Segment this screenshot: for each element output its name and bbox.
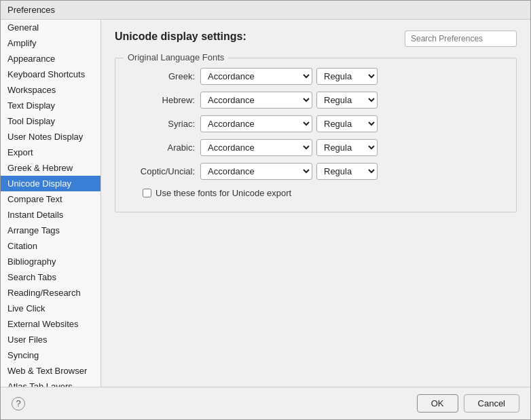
preferences-window: Preferences GeneralAmplifyAppearanceKeyb…	[0, 0, 531, 420]
section-legend: Original Language Fonts	[124, 52, 228, 62]
sidebar-item-greek-hebrew[interactable]: Greek & Hebrew	[1, 160, 100, 176]
unicode-export-label: Use these fonts for Unicode export	[155, 188, 291, 198]
ok-button[interactable]: OK	[417, 394, 458, 413]
font-row-label: Syriac:	[129, 119, 200, 129]
window-title: Preferences	[7, 5, 55, 15]
font-row: Coptic/Uncial:AccordanceRegular	[129, 163, 502, 180]
font-row: Greek:AccordanceRegular	[129, 68, 502, 85]
font-row: Syriac:AccordanceRegular	[129, 115, 502, 132]
unicode-export-row: Use these fonts for Unicode export	[129, 188, 502, 198]
style-select[interactable]: Regular	[316, 92, 378, 109]
sidebar-item-reading-research[interactable]: Reading/Research	[1, 285, 100, 301]
help-button[interactable]: ?	[12, 397, 25, 411]
cancel-button[interactable]: Cancel	[464, 394, 519, 413]
font-row-label: Arabic:	[129, 142, 200, 153]
footer-buttons: OK Cancel	[417, 394, 519, 413]
sidebar-item-user-notes-display[interactable]: User Notes Display	[1, 129, 100, 145]
select-group: AccordanceRegular	[200, 92, 378, 109]
sidebar-item-user-files[interactable]: User Files	[1, 332, 100, 347]
sidebar-item-appearance[interactable]: Appearance	[1, 51, 100, 66]
sidebar-item-atlas-tab-layers[interactable]: Atlas Tab Layers	[1, 379, 100, 387]
font-row: Arabic:AccordanceRegular	[129, 139, 502, 156]
font-select[interactable]: Accordance	[200, 163, 312, 180]
style-select[interactable]: Regular	[316, 139, 378, 156]
sidebar-item-external-websites[interactable]: External Websites	[1, 316, 100, 332]
title-bar: Preferences	[1, 1, 530, 20]
sidebar-item-tool-display[interactable]: Tool Display	[1, 113, 100, 129]
font-section: Original Language Fonts Greek:Accordance…	[115, 58, 517, 212]
sidebar-item-workspaces[interactable]: Workspaces	[1, 82, 100, 98]
font-select[interactable]: Accordance	[200, 92, 312, 109]
select-group: AccordanceRegular	[200, 139, 378, 156]
search-input[interactable]	[405, 31, 517, 47]
sidebar-item-compare-text[interactable]: Compare Text	[1, 191, 100, 207]
sidebar: GeneralAmplifyAppearanceKeyboard Shortcu…	[1, 20, 101, 387]
sidebar-item-export[interactable]: Export	[1, 145, 100, 160]
select-group: AccordanceRegular	[200, 68, 378, 85]
select-group: AccordanceRegular	[200, 163, 378, 180]
font-select[interactable]: Accordance	[200, 139, 312, 156]
sidebar-item-live-click[interactable]: Live Click	[1, 301, 100, 316]
font-row-label: Coptic/Uncial:	[129, 166, 200, 176]
font-select[interactable]: Accordance	[200, 68, 312, 85]
main-header: Unicode display settings:	[115, 31, 517, 47]
style-select[interactable]: Regular	[316, 68, 378, 85]
sidebar-item-citation[interactable]: Citation	[1, 238, 100, 254]
content-area: GeneralAmplifyAppearanceKeyboard Shortcu…	[1, 20, 530, 387]
sidebar-item-web-text-browser[interactable]: Web & Text Browser	[1, 363, 100, 379]
sidebar-item-bibliography[interactable]: Bibliography	[1, 254, 100, 269]
style-select[interactable]: Regular	[316, 163, 378, 180]
sidebar-item-arrange-tags[interactable]: Arrange Tags	[1, 223, 100, 238]
font-row: Hebrew:AccordanceRegular	[129, 92, 502, 109]
main-panel: Unicode display settings: Original Langu…	[101, 20, 530, 387]
select-group: AccordanceRegular	[200, 115, 378, 132]
footer: ? OK Cancel	[1, 387, 530, 419]
sidebar-item-syncing[interactable]: Syncing	[1, 347, 100, 363]
sidebar-item-text-display[interactable]: Text Display	[1, 98, 100, 113]
unicode-export-checkbox[interactable]	[143, 189, 151, 197]
sidebar-item-amplify[interactable]: Amplify	[1, 35, 100, 51]
sidebar-item-general[interactable]: General	[1, 20, 100, 35]
page-title: Unicode display settings:	[115, 31, 246, 43]
sidebar-item-search-tabs[interactable]: Search Tabs	[1, 269, 100, 285]
font-row-label: Hebrew:	[129, 95, 200, 105]
font-row-label: Greek:	[129, 71, 200, 81]
sidebar-item-instant-details[interactable]: Instant Details	[1, 207, 100, 223]
sidebar-item-keyboard-shortcuts[interactable]: Keyboard Shortcuts	[1, 66, 100, 82]
style-select[interactable]: Regular	[316, 115, 378, 132]
font-select[interactable]: Accordance	[200, 115, 312, 132]
sidebar-item-unicode-display[interactable]: Unicode Display	[1, 176, 100, 191]
